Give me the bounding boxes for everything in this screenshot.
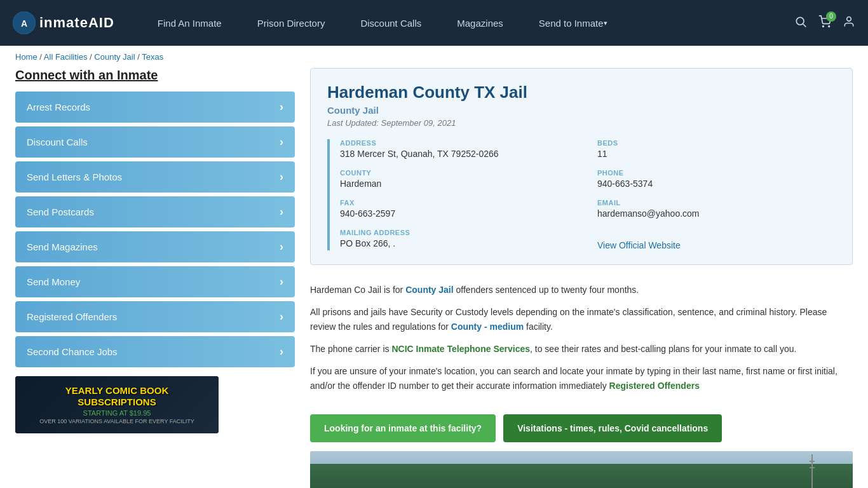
chevron-right-icon: › <box>280 100 283 114</box>
facility-title: Hardeman County TX Jail <box>327 83 836 102</box>
chevron-right-icon: › <box>280 345 283 358</box>
svg-point-4 <box>823 25 824 27</box>
county-label: COUNTY <box>340 169 578 177</box>
mailing-field: MAILING ADDRESS PO Box 266, . <box>340 229 578 250</box>
breadcrumb-all-facilities[interactable]: All Facilities <box>44 52 88 62</box>
address-value: 318 Mercer St, Quanah, TX 79252-0266 <box>340 149 578 159</box>
search-button[interactable] <box>794 15 807 31</box>
sidebar-item-send-money[interactable]: Send Money › <box>15 266 295 297</box>
mailing-value: PO Box 266, . <box>340 238 578 248</box>
svg-point-5 <box>829 25 830 27</box>
svg-point-2 <box>796 17 804 25</box>
nav-send-to-inmate[interactable]: Send to Inmate <box>521 0 625 46</box>
sidebar-item-second-chance[interactable]: Second Chance Jobs › <box>15 336 295 367</box>
looking-for-inmate-button[interactable]: Looking for an inmate at this facility? <box>310 414 496 442</box>
breadcrumb-home[interactable]: Home <box>15 52 37 62</box>
svg-rect-9 <box>810 467 815 468</box>
sidebar-item-discount-calls[interactable]: Discount Calls › <box>15 126 295 158</box>
chevron-right-icon: › <box>280 240 283 254</box>
user-button[interactable] <box>843 15 855 31</box>
beds-value: 11 <box>597 149 836 159</box>
email-value: hardemanso@yahoo.com <box>597 208 836 219</box>
website-link-wrapper: View Official Website <box>597 240 836 250</box>
main-content: Hardeman County TX Jail County Jail Last… <box>310 68 853 488</box>
svg-rect-7 <box>811 454 813 488</box>
ad-sub: OVER 100 VARIATIONS AVAILABLE FOR EVERY … <box>39 418 194 424</box>
nav-icon-group: 0 <box>794 15 855 31</box>
sidebar-item-label: Registered Offenders <box>27 311 117 322</box>
sidebar-heading: Connect with an Inmate <box>15 68 295 83</box>
sidebar-item-send-magazines[interactable]: Send Magazines › <box>15 231 295 262</box>
sidebar-item-label: Send Money <box>27 276 80 287</box>
navbar: A inmateAID Find An Inmate Prison Direct… <box>0 0 868 46</box>
desc-paragraph-3: The phone carrier is NCIC Inmate Telepho… <box>310 342 853 356</box>
email-label: EMAIL <box>597 199 836 207</box>
logo-icon: A <box>13 11 36 34</box>
main-layout: Connect with an Inmate Arrest Records › … <box>0 68 868 488</box>
breadcrumb-state[interactable]: Texas <box>142 52 163 62</box>
svg-point-6 <box>847 17 851 21</box>
facility-subtitle: County Jail <box>327 105 836 116</box>
logo-text: inmateAID <box>39 15 114 31</box>
sidebar-item-label: Send Letters & Photos <box>27 172 122 182</box>
site-logo[interactable]: A inmateAID <box>13 11 114 34</box>
facility-card: Hardeman County TX Jail County Jail Last… <box>310 68 853 265</box>
sidebar-items: Arrest Records › Discount Calls › Send L… <box>15 92 295 367</box>
chevron-right-icon: › <box>280 275 283 288</box>
email-field: EMAIL hardemanso@yahoo.com <box>597 199 836 219</box>
svg-line-3 <box>803 24 806 27</box>
sidebar-item-label: Send Postcards <box>27 207 94 217</box>
sidebar: Connect with an Inmate Arrest Records › … <box>15 68 295 433</box>
phone-label: PHONE <box>597 169 836 177</box>
website-field: View Official Website <box>597 229 836 250</box>
nav-discount-calls[interactable]: Discount Calls <box>342 0 439 46</box>
svg-text:A: A <box>21 18 27 29</box>
ncic-link[interactable]: NCIC Inmate Telephone Services <box>391 344 530 354</box>
facility-description: Hardeman Co Jail is for County Jail offe… <box>310 276 853 408</box>
county-value: Hardeman <box>340 179 578 189</box>
cart-count: 0 <box>826 11 836 22</box>
sidebar-item-label: Arrest Records <box>27 102 90 112</box>
visitations-button[interactable]: Visitations - times, rules, Covid cancel… <box>503 414 722 442</box>
facility-last-updated: Last Updated: September 09, 2021 <box>327 118 836 128</box>
registered-offenders-link[interactable]: Registered Offenders <box>609 381 700 391</box>
sidebar-item-send-postcards[interactable]: Send Postcards › <box>15 196 295 227</box>
chevron-right-icon: › <box>280 135 283 149</box>
facility-grid: ADDRESS 318 Mercer St, Quanah, TX 79252-… <box>340 139 836 250</box>
chevron-right-icon: › <box>280 205 283 219</box>
facility-photo <box>310 451 853 488</box>
chevron-right-icon: › <box>280 310 283 323</box>
sidebar-item-label: Second Chance Jobs <box>27 346 118 357</box>
phone-value: 940-663-5374 <box>597 179 836 189</box>
beds-field: BEDS 11 <box>597 139 836 159</box>
view-official-website-link[interactable]: View Official Website <box>597 240 681 250</box>
desc-paragraph-2: All prisons and jails have Security or C… <box>310 305 853 334</box>
breadcrumb: Home / All Facilities / County Jail / Te… <box>0 46 868 68</box>
nav-magazines[interactable]: Magazines <box>439 0 521 46</box>
action-buttons: Looking for an inmate at this facility? … <box>310 414 853 442</box>
sidebar-item-send-letters[interactable]: Send Letters & Photos › <box>15 161 295 193</box>
address-field: ADDRESS 318 Mercer St, Quanah, TX 79252-… <box>340 139 578 159</box>
breadcrumb-county-jail[interactable]: County Jail <box>94 52 135 62</box>
sidebar-ad[interactable]: YEARLY COMIC BOOKSUBSCRIPTIONS STARTING … <box>15 376 219 433</box>
county-field: COUNTY Hardeman <box>340 169 578 189</box>
address-label: ADDRESS <box>340 139 578 147</box>
sidebar-item-label: Discount Calls <box>27 137 88 147</box>
nav-find-inmate[interactable]: Find An Inmate <box>140 0 240 46</box>
phone-field: PHONE 940-663-5374 <box>597 169 836 189</box>
sidebar-item-registered-offenders[interactable]: Registered Offenders › <box>15 301 295 332</box>
sidebar-item-label: Send Magazines <box>27 241 98 252</box>
cart-button[interactable]: 0 <box>818 15 831 31</box>
desc-paragraph-1: Hardeman Co Jail is for County Jail offe… <box>310 283 853 297</box>
county-jail-link[interactable]: County Jail <box>405 285 453 295</box>
chevron-right-icon: › <box>280 170 283 184</box>
sidebar-item-arrest-records[interactable]: Arrest Records › <box>15 92 295 123</box>
svg-rect-8 <box>810 461 815 462</box>
desc-paragraph-4: If you are unsure of your inmate's locat… <box>310 364 853 393</box>
county-medium-link[interactable]: County - medium <box>451 322 524 332</box>
mailing-label: MAILING ADDRESS <box>340 229 578 236</box>
facility-details: ADDRESS 318 Mercer St, Quanah, TX 79252-… <box>327 139 836 250</box>
nav-prison-directory[interactable]: Prison Directory <box>240 0 343 46</box>
beds-label: BEDS <box>597 139 836 147</box>
fax-value: 940-663-2597 <box>340 208 578 219</box>
